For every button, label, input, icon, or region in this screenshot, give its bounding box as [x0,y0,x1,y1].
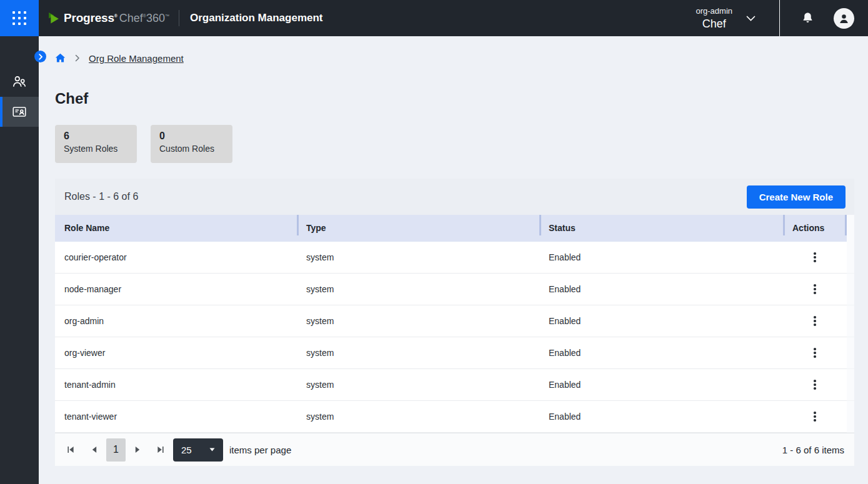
cell-type: system [297,337,539,369]
cell-status: Enabled [539,242,783,274]
table-row: tenant-admin system Enabled [55,369,854,401]
column-header-role-name: Role Name [55,215,297,242]
logo-title-divider [179,10,179,26]
next-page-icon [134,446,141,453]
sidebar-item-users[interactable] [0,67,39,97]
pager-range-label: 1 - 6 of 6 items [782,445,844,455]
kebab-icon [814,284,816,287]
app-title: Organization Management [190,12,323,24]
row-actions-kebab-button[interactable] [807,376,822,393]
brand-logo: Progress® Chef®360™ [47,11,169,25]
pager-page-1-button[interactable]: 1 [106,438,126,462]
cell-type: system [297,242,539,274]
sidebar-item-org-roles[interactable] [0,97,39,127]
breadcrumb-home-link[interactable] [55,53,66,63]
row-actions-kebab-button[interactable] [807,249,822,266]
page-size-dropdown[interactable]: 25 [173,438,223,462]
table-row: org-admin system Enabled [55,305,854,337]
create-new-role-button[interactable]: Create New Role [747,185,846,209]
scrollbar-spacer [847,369,854,401]
progress-chevron-icon [47,12,60,24]
table-row: tenant-viewer system Enabled [55,401,854,433]
pager-previous-page-button[interactable] [91,446,98,453]
roles-grid: Roles - 1 - 6 of 6 Create New Role Role … [55,179,854,466]
cell-status: Enabled [539,305,783,337]
cell-type: system [297,369,539,401]
custom-roles-count: 0 [159,131,232,142]
chevron-down-icon [746,16,756,21]
row-actions-kebab-button[interactable] [807,312,822,330]
table-row: node-manager system Enabled [55,274,854,305]
cell-role-name: org-admin [55,305,297,337]
bell-icon [801,11,815,26]
users-icon [11,74,27,90]
row-actions-kebab-button[interactable] [807,344,822,362]
sidebar [0,36,39,484]
id-card-icon [11,104,27,120]
app-launcher-button[interactable] [0,0,39,36]
cell-status: Enabled [539,369,783,401]
kebab-icon [814,348,816,350]
cell-type: system [297,305,539,337]
cell-actions [783,337,847,369]
scrollbar-spacer [847,401,854,433]
cell-actions [783,401,847,433]
cell-role-name: courier-operator [55,242,297,274]
chevron-right-icon [37,54,44,60]
cell-status: Enabled [539,401,783,433]
kebab-icon [814,252,816,255]
cell-actions [783,274,847,305]
org-name-label: Chef [702,17,726,31]
kebab-icon [814,380,816,382]
last-page-icon [157,446,164,453]
notifications-button[interactable] [801,11,815,26]
cell-type: system [297,401,539,433]
cell-actions [783,305,847,337]
previous-page-icon [91,446,98,453]
caret-down-icon [209,448,215,452]
scrollbar-spacer [847,337,854,369]
row-actions-kebab-button[interactable] [807,280,822,298]
grid-toolbar: Roles - 1 - 6 of 6 Create New Role [55,179,854,215]
kebab-icon [814,316,816,319]
breadcrumb-separator-icon [75,54,80,62]
topbar-divider [779,0,780,36]
waffle-icon [12,11,26,25]
home-icon [55,53,66,63]
org-switcher-dropdown[interactable]: org-admin Chef [696,6,756,31]
system-roles-count: 6 [64,131,137,142]
grid-body: courier-operator system Enabled node-man… [55,242,854,433]
breadcrumb-current-link[interactable]: Org Role Management [89,53,184,64]
grid-header-row: Role Name Type Status Actions [55,215,854,242]
kebab-icon [814,412,816,414]
pager-next-page-button[interactable] [134,446,141,453]
sidebar-expand-button[interactable] [34,51,46,62]
cell-role-name: tenant-admin [55,369,297,401]
logo-product-text: Chef®360™ [119,12,169,25]
column-header-type: Type [297,215,539,242]
system-roles-label: System Roles [64,144,137,154]
cell-status: Enabled [539,274,783,305]
person-icon [837,12,851,25]
cell-role-name: tenant-viewer [55,401,297,433]
row-actions-kebab-button[interactable] [807,408,822,425]
cell-role-name: node-manager [55,274,297,305]
page-size-value: 25 [181,445,192,455]
grid-pager: 1 25 items per page 1 - 6 of 6 items [55,433,854,466]
grid-title: Roles - 1 - 6 of 6 [64,191,138,202]
column-header-actions: Actions [783,215,847,242]
items-per-page-label: items per page [229,445,291,455]
main-content: Org Role Management Chef 6 System Roles … [39,52,868,466]
scrollbar-spacer [847,305,854,337]
user-avatar-button[interactable] [834,8,854,29]
page-title: Chef [55,90,868,107]
table-row: org-viewer system Enabled [55,337,854,369]
scrollbar-spacer [847,242,854,274]
pager-first-page-button[interactable] [67,446,74,453]
cell-actions [783,242,847,274]
custom-roles-card: 0 Custom Roles [151,125,232,163]
column-header-status: Status [539,215,783,242]
breadcrumb: Org Role Management [55,52,868,64]
cell-actions [783,369,847,401]
pager-last-page-button[interactable] [157,446,164,453]
